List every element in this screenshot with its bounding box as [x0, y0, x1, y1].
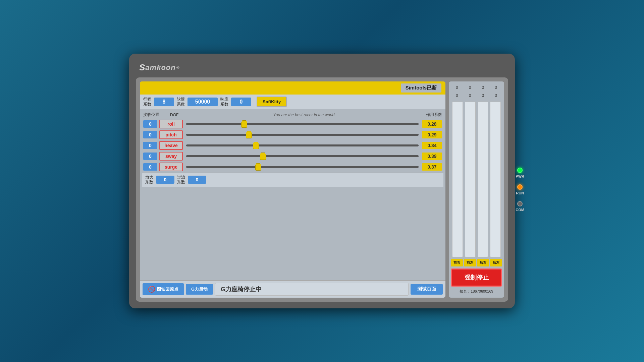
footer-bar: 🚫 四轴回原点 G力启动 G力座椅停止中 测试页面 [140, 280, 445, 298]
dir-front-left[interactable]: 前左 [464, 259, 476, 266]
roll-label[interactable]: roll [159, 120, 183, 128]
sway-slider[interactable] [186, 155, 419, 157]
val-r1c3: 0 [477, 85, 489, 90]
filter-label: 过滤 系数 [177, 175, 185, 185]
brand-name: amkoon [145, 63, 175, 72]
run-label: RUN [516, 191, 524, 195]
surge-slider[interactable] [186, 166, 419, 168]
dof-row-pitch: 0 pitch 0.29 [142, 130, 443, 140]
val-r1c1: 0 [451, 85, 463, 90]
header-dof: DOF [170, 113, 190, 117]
val-r2c3: 0 [477, 93, 489, 98]
param-row: 行程 系数 8 软硬 系数 50000 响应 系数 0 SoftKitty [140, 95, 445, 109]
sway-label[interactable]: sway [159, 152, 183, 161]
surge-thumb[interactable] [255, 163, 261, 171]
pwr-led [517, 168, 523, 173]
header-coeff: 作用系数 [419, 112, 442, 118]
surge-label[interactable]: surge [159, 163, 183, 171]
bar-area [451, 100, 502, 257]
dof-row-roll: 0 roll 0.28 [142, 119, 443, 129]
val-r2c1: 0 [451, 93, 463, 98]
heave-slider[interactable] [186, 144, 419, 146]
heave-thumb[interactable] [253, 142, 259, 149]
bar-3 [478, 102, 488, 257]
sway-pos[interactable]: 0 [143, 153, 157, 160]
bar-4 [490, 102, 501, 257]
roll-pos[interactable]: 0 [143, 120, 157, 128]
gforce-start-button[interactable]: G力启动 [186, 284, 213, 295]
screen-area: Simtools已断 行程 系数 8 软硬 系数 50000 响应 系数 0 S… [136, 77, 508, 302]
sway-coeff[interactable]: 0.39 [422, 153, 442, 160]
pitch-coeff[interactable]: 0.29 [422, 131, 442, 138]
direction-btns: 前右 前左 后右 后左 [451, 258, 502, 267]
brand-initial: S [139, 62, 145, 73]
surge-coeff[interactable]: 0.37 [422, 163, 442, 171]
sway-thumb[interactable] [260, 153, 266, 160]
softhard-value[interactable]: 50000 [187, 98, 218, 106]
homing-button[interactable]: 🚫 四轴回原点 [143, 283, 184, 295]
val-r1c4: 0 [490, 85, 502, 90]
dof-row-heave: 0 heave 0.34 [142, 140, 443, 150]
com-led [517, 201, 523, 206]
filter-value[interactable]: 0 [188, 176, 206, 184]
test-page-button[interactable]: 测试页面 [411, 284, 443, 295]
roll-coeff[interactable]: 0.28 [422, 120, 442, 128]
val-r1c2: 0 [464, 85, 476, 90]
com-indicator: COM [516, 201, 524, 212]
phone-info: 知名：18670600169 [451, 288, 502, 295]
dof-main: 接收位置 DOF You are the best racer in the w… [140, 109, 445, 280]
dof-row-sway: 0 sway 0.39 [142, 151, 443, 161]
dir-back-right[interactable]: 后右 [477, 259, 489, 266]
heave-pos[interactable]: 0 [143, 142, 157, 149]
brand-registered: ® [176, 65, 180, 70]
pitch-pos[interactable]: 0 [143, 131, 157, 138]
pwr-indicator: PWR [516, 168, 524, 178]
val-r2c4: 0 [490, 93, 502, 98]
pitch-thumb[interactable] [246, 131, 252, 138]
homing-label: 四轴回原点 [157, 286, 178, 292]
no-sign-icon: 🚫 [148, 286, 155, 293]
heave-label[interactable]: heave [159, 141, 183, 150]
simtools-status: Simtools已断 [401, 83, 441, 93]
heave-coeff[interactable]: 0.34 [422, 142, 442, 149]
dir-back-left[interactable]: 后左 [490, 259, 502, 266]
dof-row-surge: 0 surge 0.37 [142, 162, 443, 172]
val-r2c2: 0 [464, 93, 476, 98]
run-indicator: RUN [516, 184, 524, 195]
softhard-label: 软硬 系数 [177, 97, 185, 107]
bar-1 [452, 102, 463, 257]
right-indicators: PWR RUN COM [516, 168, 524, 212]
pwr-label: PWR [516, 174, 524, 178]
dof-header: 接收位置 DOF You are the best racer in the w… [142, 111, 443, 118]
title-bar: Simtools已断 [140, 81, 445, 95]
stroke-label: 行程 系数 [143, 97, 151, 107]
roll-thumb[interactable] [241, 120, 247, 128]
amplify-label: 放大 系数 [145, 175, 153, 185]
pitch-slider[interactable] [186, 134, 419, 136]
dir-front-right[interactable]: 前右 [451, 259, 463, 266]
run-led [517, 184, 523, 190]
com-label: COM [516, 208, 524, 212]
softkitty-button[interactable]: SoftKitty [257, 97, 287, 107]
pitch-label[interactable]: pitch [159, 130, 183, 139]
emergency-stop-button[interactable]: 强制停止 [451, 268, 502, 287]
header-pos: 接收位置 [143, 112, 163, 118]
device-body: S amkoon ® Simtools已断 行程 系数 8 软硬 系数 5000… [129, 54, 515, 308]
response-label: 响应 系数 [220, 97, 228, 107]
bottom-coeff-row: 放大 系数 0 过滤 系数 0 [142, 173, 443, 187]
right-top-vals-row1: 0 0 0 0 [451, 84, 502, 91]
response-value[interactable]: 0 [231, 98, 251, 106]
roll-slider[interactable] [186, 123, 419, 125]
surge-pos[interactable]: 0 [143, 163, 157, 171]
stroke-value[interactable]: 8 [154, 98, 174, 106]
brand-bar: S amkoon ® [136, 60, 508, 75]
header-msg: You are the best racer in the world. [197, 113, 412, 117]
bar-2 [465, 102, 476, 257]
main-panel: Simtools已断 行程 系数 8 软硬 系数 50000 响应 系数 0 S… [140, 81, 445, 298]
amplify-value[interactable]: 0 [156, 176, 174, 184]
status-display: G力座椅停止中 [215, 283, 409, 296]
right-panel: 0 0 0 0 0 0 0 0 [449, 81, 504, 298]
right-top-vals-row2: 0 0 0 0 [451, 92, 502, 99]
dof-area: 接收位置 DOF You are the best racer in the w… [140, 109, 445, 280]
